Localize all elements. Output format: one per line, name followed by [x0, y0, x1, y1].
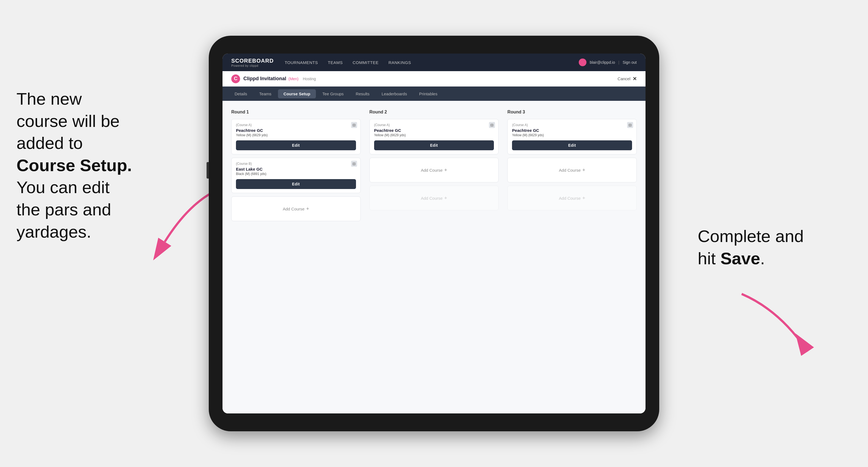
tablet-screen: SCOREBOARD Powered by clippd TOURNAMENTS…	[222, 54, 646, 413]
round1-course-a-label: (Course A)	[236, 123, 356, 127]
round-3-title: Round 3	[507, 110, 637, 115]
round1-course-b-tee: Black (M) (6891 yds)	[236, 172, 356, 176]
round1-course-b-name: East Lake GC	[236, 167, 356, 172]
rounds-grid: Round 1 (Course A) Peachtree GC Yellow (…	[231, 110, 637, 224]
round-1-title: Round 1	[231, 110, 361, 115]
main-content: Round 1 (Course A) Peachtree GC Yellow (…	[222, 101, 646, 413]
round3-add-course-2: Add Course +	[507, 186, 637, 211]
tab-bar: Details Teams Course Setup Tee Groups Re…	[222, 87, 646, 101]
round2-course-a-card: (Course A) Peachtree GC Yellow (M) (6629…	[369, 119, 499, 154]
round3-add-course-2-plus-icon: +	[582, 195, 585, 201]
round1-course-b-delete[interactable]: ⊟	[351, 161, 357, 167]
sub-header: C Clippd Invitational (Men) Hosting Canc…	[222, 71, 646, 87]
sign-out-link[interactable]: Sign out	[623, 60, 637, 65]
round-3-column: Round 3 (Course A) Peachtree GC Yellow (…	[507, 110, 637, 224]
nav-committee[interactable]: COMMITTEE	[353, 60, 379, 65]
top-nav: SCOREBOARD Powered by clippd TOURNAMENTS…	[222, 54, 646, 71]
round2-course-a-name: Peachtree GC	[374, 128, 494, 133]
logo-title: SCOREBOARD	[231, 58, 274, 64]
tab-results[interactable]: Results	[350, 89, 375, 98]
round1-add-course[interactable]: Add Course +	[231, 196, 361, 221]
round-2-title: Round 2	[369, 110, 499, 115]
round1-course-b-label: (Course B)	[236, 162, 356, 166]
round3-course-a-label: (Course A)	[512, 123, 632, 127]
nav-tournaments[interactable]: TOURNAMENTS	[285, 60, 318, 65]
round1-add-course-text: Add Course	[283, 207, 304, 211]
round2-add-course-1[interactable]: Add Course +	[369, 158, 499, 182]
round1-course-a-name: Peachtree GC	[236, 128, 356, 133]
tournament-logo: C	[231, 74, 240, 83]
round3-add-course-1-text: Add Course	[559, 168, 581, 173]
cancel-button[interactable]: ✕	[632, 76, 637, 82]
round-2-column: Round 2 (Course A) Peachtree GC Yellow (…	[369, 110, 499, 224]
tournament-gender: (Men)	[288, 76, 299, 81]
tablet-frame: SCOREBOARD Powered by clippd TOURNAMENTS…	[209, 36, 659, 431]
tab-course-setup[interactable]: Course Setup	[278, 89, 316, 98]
tournament-name: Clippd Invitational	[243, 76, 286, 82]
nav-rankings[interactable]: RANKINGS	[389, 60, 411, 65]
round3-course-a-card: (Course A) Peachtree GC Yellow (M) (6629…	[507, 119, 637, 154]
round3-course-a-delete[interactable]: ⊟	[627, 122, 633, 128]
user-email: blair@clippd.io	[590, 60, 615, 65]
logo-subtitle: Powered by clippd	[231, 64, 274, 67]
round3-add-course-1[interactable]: Add Course +	[507, 158, 637, 182]
avatar	[579, 59, 586, 66]
tab-teams[interactable]: Teams	[254, 89, 277, 98]
round2-add-course-2-text: Add Course	[421, 196, 442, 200]
round3-add-course-1-plus-icon: +	[582, 167, 585, 173]
round1-course-b-edit[interactable]: Edit	[236, 179, 356, 189]
round2-add-course-1-text: Add Course	[421, 168, 442, 173]
nav-right: blair@clippd.io | Sign out	[579, 59, 637, 66]
round2-course-a-tee: Yellow (M) (6629 yds)	[374, 133, 494, 137]
nav-links: TOURNAMENTS TEAMS COMMITTEE RANKINGS	[285, 60, 579, 65]
round3-course-a-edit[interactable]: Edit	[512, 141, 632, 150]
arrow-right-icon	[725, 288, 824, 365]
round1-course-a-tee: Yellow (M) (6629 yds)	[236, 133, 356, 137]
annotation-right: Complete and hit Save.	[698, 225, 835, 270]
nav-teams[interactable]: TEAMS	[328, 60, 343, 65]
round1-course-b-card: (Course B) East Lake GC Black (M) (6891 …	[231, 158, 361, 193]
round1-add-course-plus-icon: +	[306, 206, 309, 212]
round-1-column: Round 1 (Course A) Peachtree GC Yellow (…	[231, 110, 361, 224]
tab-leaderboards[interactable]: Leaderboards	[376, 89, 412, 98]
round2-add-course-2: Add Course +	[369, 186, 499, 211]
scoreboard-logo: SCOREBOARD Powered by clippd	[231, 58, 274, 67]
sub-header-right: Cancel ✕	[618, 76, 637, 82]
round1-course-a-card: (Course A) Peachtree GC Yellow (M) (6629…	[231, 119, 361, 154]
tournament-status: Hosting	[303, 76, 316, 81]
round2-add-course-2-plus-icon: +	[444, 195, 447, 201]
round1-course-a-edit[interactable]: Edit	[236, 141, 356, 150]
side-button[interactable]	[207, 162, 209, 179]
round2-add-course-1-plus-icon: +	[444, 167, 447, 173]
round2-course-a-delete[interactable]: ⊟	[489, 122, 495, 128]
round2-course-a-label: (Course A)	[374, 123, 494, 127]
tab-printables[interactable]: Printables	[414, 89, 443, 98]
cancel-label: Cancel	[618, 76, 630, 81]
tab-details[interactable]: Details	[229, 89, 253, 98]
round3-course-a-name: Peachtree GC	[512, 128, 632, 133]
round3-course-a-tee: Yellow (M) (6629 yds)	[512, 133, 632, 137]
round1-course-a-delete[interactable]: ⊟	[351, 122, 357, 128]
round3-add-course-2-text: Add Course	[559, 196, 581, 200]
round2-course-a-edit[interactable]: Edit	[374, 141, 494, 150]
tab-tee-groups[interactable]: Tee Groups	[317, 89, 349, 98]
